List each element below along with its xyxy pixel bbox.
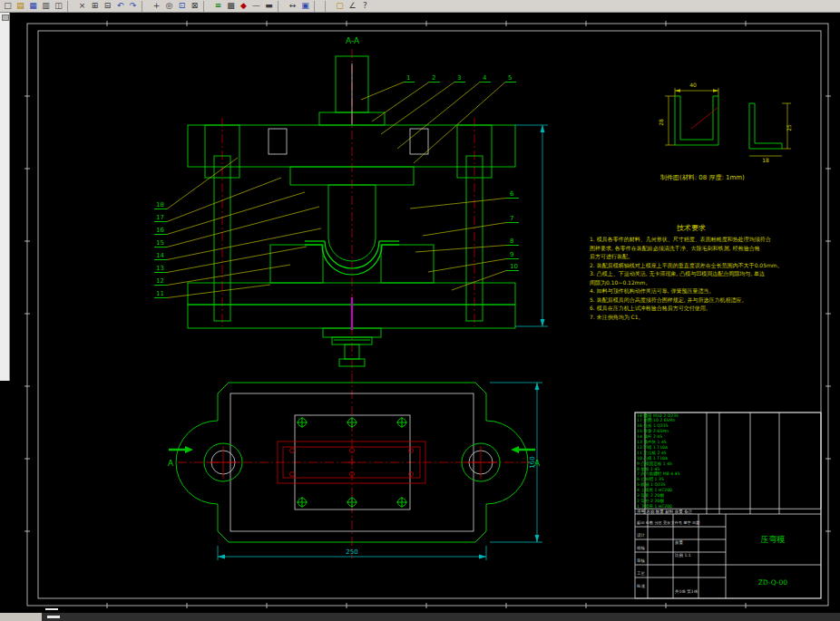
parts-list-row: 16 托板 1 Q235 [637,423,669,428]
toolbar-icon-glyph: ⊡ [179,1,186,10]
callout-8: 8 [510,238,513,245]
drawing-number: ZD-Q-00 [758,578,787,587]
parts-list-row: 4 上模座 1 HT200 [637,488,672,492]
save-icon[interactable]: ▦ [27,1,39,12]
zoom-window-icon[interactable]: ⊡ [176,1,188,12]
parts-list-row: 12 凹模 1 T10A [637,445,669,450]
title-block-mass: 质量 [675,540,684,545]
detail-dim-height: 28 [658,119,664,126]
zoom-extents-icon[interactable]: ⊠ [189,1,200,12]
callout-1: 1 [406,74,410,82]
plan-dim-width: 250 [346,548,357,556]
parts-list-row: 1 下模座 1 HT200 [637,504,672,509]
parts-list-row: 6 止转销 1 35 [637,476,664,481]
title-block-sheet: 共1张 第1张 [675,589,698,594]
tech-requirement-line: 6. 模具在压力机上试冲检验合格后方可交付使用。 [590,305,711,312]
toolbar-icon-glyph: ⊠ [191,1,199,10]
callout-12: 12 [156,277,164,285]
toolbar-icon-glyph: + [153,1,161,10]
tech-requirement-line: 4. 卸料与顶件机构动作灵活可靠, 弹簧预压量适当。 [590,287,714,295]
drawing-canvas[interactable]: A-A [0,13,840,613]
lineweight-icon[interactable]: ▬ [263,1,275,12]
callout-3: 3 [457,74,461,82]
parts-list-row: 3 导套 2 20钢 [637,492,664,498]
toolbar-icon-glyph: ◫ [54,1,63,10]
callout-numbers: 1 2 3 4 5 6 7 8 9 10 18 17 16 15 14 13 1… [154,74,519,298]
zoom-realtime-icon[interactable]: ◎ [163,1,175,12]
layer-control-icon[interactable]: ▩ [225,1,237,12]
copy-icon[interactable]: ⊞ [89,1,101,12]
callout-4: 4 [483,74,487,82]
pan-icon[interactable]: + [151,1,162,12]
status-bar-indicator [47,616,60,618]
color-control-icon[interactable]: ◆ [238,1,249,12]
parts-list-row: 8 垫板 1 45 [637,467,659,471]
dim-style-icon[interactable]: ∠ [347,1,358,12]
status-bar-left-segment [0,613,42,621]
callout-18: 18 [156,201,164,209]
tech-requirement-line: 间隙为0.10~0.12mm。 [590,279,650,286]
detail-dim-width: 40 [689,82,697,88]
help-icon[interactable]: ? [359,1,371,12]
palette-grip[interactable] [2,15,9,21]
callout-leaders [167,82,506,298]
cut-icon[interactable]: × [76,1,88,12]
distance-icon[interactable]: ↔ [287,1,298,12]
drawing-title: 压弯模 [761,535,786,544]
workpiece-detail-view: 40 28 25 18 制件图(材料: 08 厚度: 1mm) [658,82,792,181]
new-icon[interactable]: □ [2,1,14,12]
toolbar-icon-glyph: ◎ [166,1,173,10]
status-bar [0,613,840,621]
left-docked-palette[interactable] [0,13,10,381]
tech-requirement-line: 5. 装配后模具闭合高度须符合图样规定, 并与所选压力机相适应。 [590,296,747,304]
toolbar-icon-glyph: ▦ [29,1,37,10]
parts-list-row: 10 凸模 1 T10A [637,456,669,461]
print-icon[interactable]: ▥ [40,1,52,12]
plan-view: A A 250 160 [168,374,542,560]
callout-16: 16 [156,227,164,234]
linetype-icon[interactable]: — [250,1,262,12]
toolbar-icon-glyph: ▣ [301,1,309,10]
layers-icon[interactable]: ≡ [212,1,224,12]
toolbar-icon-glyph: × [79,1,86,10]
toolbar-separator [203,1,210,12]
tech-requirement-line: 图样要求, 各零件在装配前必须清洗干净、去除毛刺和铁屑, 经检验合格 [590,245,760,252]
open-icon[interactable]: ▤ [15,1,26,12]
parts-list-row: 2 导柱 2 20钢 [637,498,664,503]
toolbar-icon-glyph: ⊞ [92,1,99,10]
parts-list-row: 7 内六角螺钉 M8 4 45 [637,471,679,476]
toolbar-separator [67,1,73,12]
toolbar-icon-glyph: ⊟ [104,1,112,10]
tech-requirement-line: 3. 凸模上、下运动灵活, 无卡滞现象, 凸模与凹模周边配合间隙均匀, 单边 [590,270,765,277]
toolbar-separator [142,1,148,12]
undo-icon[interactable]: ↶ [114,1,126,12]
callout-14: 14 [156,252,164,259]
title-block-design: 设计 [637,532,646,538]
toolbar-icon-glyph: ? [363,1,367,10]
title-block: 18 螺母 M10 2 Q23517 垫圈 10 2 65Mn16 托板 1 Q… [635,412,821,599]
toolbar-icon-glyph: ↶ [117,1,124,10]
sheet-frame [24,21,831,609]
callout-17: 17 [156,214,164,221]
style-icon[interactable]: ▢ [334,1,346,12]
toolbar-separator [278,1,284,12]
title-block-mark-row: 标记 处数 分区 更改文件号 签字 日期 [637,520,699,526]
detail-dim-foot: 18 [762,157,769,163]
callout-9: 9 [510,251,513,258]
callout-2: 2 [432,74,435,82]
callout-5: 5 [508,74,512,82]
toolbar-icon-glyph: ▬ [265,1,273,10]
redo-icon[interactable]: ↷ [127,1,139,12]
toolbar-icon-glyph: ▩ [227,1,235,10]
tech-requirements-title: 技术要求 [676,224,706,232]
toolbar-icon-glyph: ▥ [42,1,50,10]
preview-icon[interactable]: ◫ [53,1,64,12]
toolbar-icon-glyph: ▤ [16,1,24,10]
callout-15: 15 [156,239,164,247]
title-block-craft: 工艺 [637,570,646,576]
properties-icon[interactable]: ▣ [299,1,311,12]
toolbar-separator [314,1,320,12]
toolbar-icon-glyph: ≡ [215,1,222,10]
detail-caption: 制件图(材料: 08 厚度: 1mm) [659,174,745,181]
paste-icon[interactable]: ⊟ [102,1,113,12]
